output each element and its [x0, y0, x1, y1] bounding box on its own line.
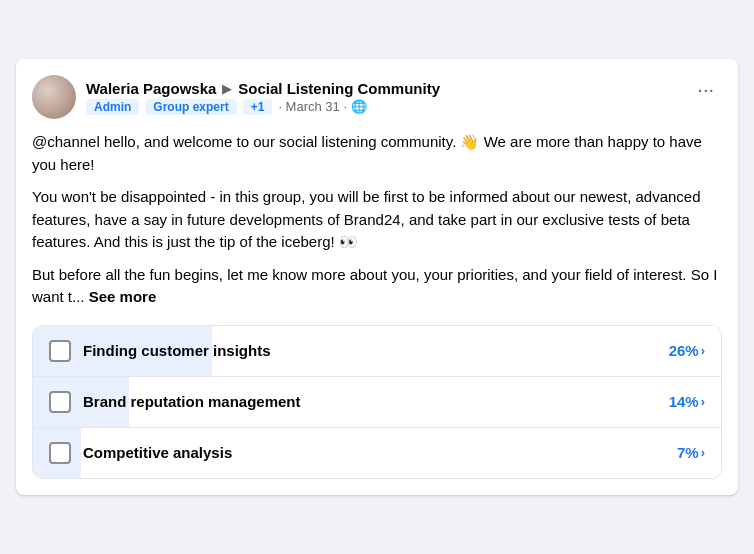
poll-percent-1: 26% › [669, 342, 705, 359]
plus-badge: +1 [243, 99, 273, 115]
author-name-row: Waleria Pagowska ▶ Social Listening Comm… [86, 80, 440, 97]
poll-checkbox-2[interactable] [49, 391, 71, 413]
admin-badge: Admin [86, 99, 139, 115]
badges-row: Admin Group expert +1 · March 31 · 🌐 [86, 99, 440, 115]
post-content: @channel hello, and welcome to our socia… [32, 131, 722, 309]
poll-percent-2: 14% › [669, 393, 705, 410]
poll-option-2[interactable]: Brand reputation management 14% › [33, 377, 721, 428]
poll-label-3: Competitive analysis [83, 444, 677, 461]
author-name: Waleria Pagowska [86, 80, 216, 97]
post-date: · March 31 · 🌐 [278, 99, 366, 114]
see-more-link[interactable]: See more [89, 288, 157, 305]
poll-option-3[interactable]: Competitive analysis 7% › [33, 428, 721, 478]
post-header-left: Waleria Pagowska ▶ Social Listening Comm… [32, 75, 440, 119]
arrow-icon: ▶ [222, 81, 232, 96]
avatar [32, 75, 76, 119]
author-info: Waleria Pagowska ▶ Social Listening Comm… [86, 80, 440, 115]
post-card: Waleria Pagowska ▶ Social Listening Comm… [16, 59, 738, 495]
poll-chevron-1: › [701, 343, 705, 358]
poll-percent-3: 7% › [677, 444, 705, 461]
poll-checkbox-1[interactable] [49, 340, 71, 362]
poll-option-1[interactable]: Finding customer insights 26% › [33, 326, 721, 377]
more-options-button[interactable]: ··· [689, 75, 722, 103]
avatar-image [32, 75, 76, 119]
poll-container: Finding customer insights 26% › Brand re… [32, 325, 722, 479]
poll-checkbox-3[interactable] [49, 442, 71, 464]
poll-chevron-3: › [701, 445, 705, 460]
group-expert-badge: Group expert [145, 99, 236, 115]
paragraph-1: @channel hello, and welcome to our socia… [32, 131, 722, 176]
post-header: Waleria Pagowska ▶ Social Listening Comm… [32, 75, 722, 119]
paragraph-2: You won't be disappointed - in this grou… [32, 186, 722, 254]
poll-label-2: Brand reputation management [83, 393, 669, 410]
poll-chevron-2: › [701, 394, 705, 409]
paragraph-3: But before all the fun begins, let me kn… [32, 264, 722, 309]
poll-label-1: Finding customer insights [83, 342, 669, 359]
community-name: Social Listening Community [238, 80, 440, 97]
